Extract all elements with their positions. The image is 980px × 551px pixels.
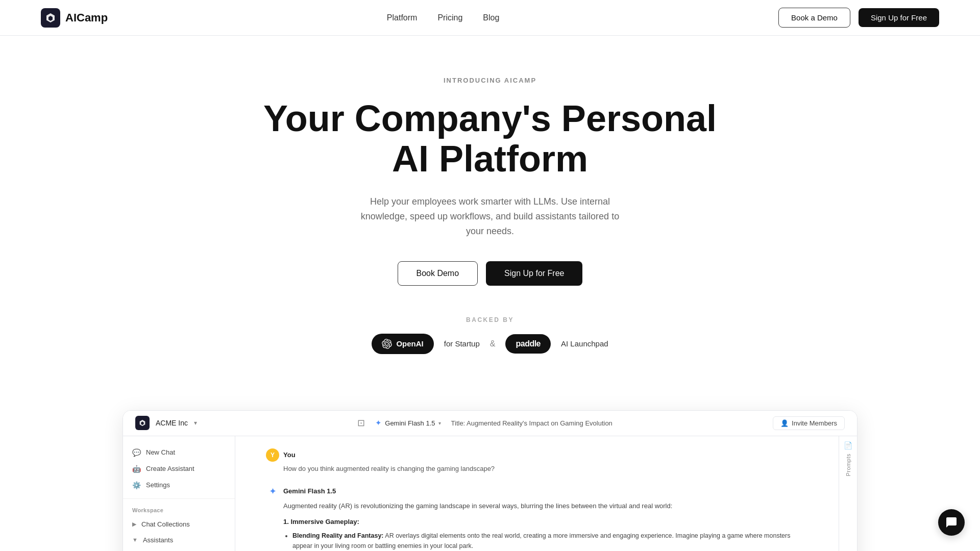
app-topbar-right: 👤 Invite Members xyxy=(773,416,845,430)
chat-collections-label: Chat Collections xyxy=(141,520,190,528)
user-sender-name: You xyxy=(283,451,296,459)
prompts-doc-icon[interactable]: 📄 xyxy=(844,441,852,449)
chat-title: Title: Augmented Reality's Impact on Gam… xyxy=(451,419,612,427)
ai-message-content: Augmented reality (AR) is revolutionizin… xyxy=(266,501,808,551)
sidebar-settings[interactable]: ⚙️ Settings xyxy=(123,477,235,493)
ai-sender: ✦ Gemini Flash 1.5 xyxy=(266,485,808,498)
ai-message: ✦ Gemini Flash 1.5 Augmented reality (AR… xyxy=(266,485,808,551)
user-sender: Y You xyxy=(266,448,808,462)
org-dropdown-icon[interactable]: ▾ xyxy=(194,419,197,427)
sidebar-divider xyxy=(123,498,235,499)
app-topbar-center: ⊡ ✦ Gemini Flash 1.5 ▾ Title: Augmented … xyxy=(357,416,612,430)
backed-suffix-1: for Startup xyxy=(444,339,480,348)
sidebar-new-chat[interactable]: 💬 New Chat xyxy=(123,444,235,461)
nav-links: Platform Pricing Blog xyxy=(387,13,500,22)
app-org-name: ACME Inc xyxy=(156,419,188,427)
ai-sender-name: Gemini Flash 1.5 xyxy=(283,487,336,495)
sidebar-create-assistant[interactable]: 🤖 Create Assistant xyxy=(123,461,235,477)
app-logo-mini xyxy=(135,416,150,430)
chat-collections-expand-icon: ▶ xyxy=(132,521,136,528)
hero-section: INTRODUCING AICAMP Your Company's Person… xyxy=(0,36,980,410)
app-topbar: ACME Inc ▾ ⊡ ✦ Gemini Flash 1.5 ▾ Title:… xyxy=(123,411,857,436)
new-chat-icon: 💬 xyxy=(132,448,141,457)
paddle-badge: paddle xyxy=(505,334,551,354)
nav-pricing[interactable]: Pricing xyxy=(437,13,462,22)
prompts-label: Prompts xyxy=(845,454,851,476)
user-message: Y You How do you think augmented reality… xyxy=(266,448,808,472)
ai-bullets: Blending Reality and Fantasy: AR overlay… xyxy=(283,531,808,551)
support-chat-bubble[interactable] xyxy=(938,509,965,536)
ai-avatar: ✦ xyxy=(266,485,279,498)
hero-title: Your Company's Personal AI Platform xyxy=(260,98,720,179)
ai-message-body: Augmented reality (AR) is revolutionizin… xyxy=(283,501,808,551)
chat-messages: Y You How do you think augmented reality… xyxy=(235,436,839,551)
settings-icon: ⚙️ xyxy=(132,481,141,489)
ai-section-title: 1. Immersive Gameplay: xyxy=(283,517,808,528)
hero-subtitle: Help your employees work smarter with LL… xyxy=(357,194,623,238)
bullet-1-title: Blending Reality and Fantasy: xyxy=(292,532,384,539)
paddle-badge-text: paddle xyxy=(516,339,541,348)
user-avatar: Y xyxy=(266,448,279,462)
ai-intro: Augmented reality (AR) is revolutionizin… xyxy=(283,501,808,512)
openai-badge-text: OpenAI xyxy=(396,339,423,348)
invite-icon: 👤 xyxy=(780,419,789,427)
create-assistant-label: Create Assistant xyxy=(146,465,194,472)
nav-actions: Book a Demo Sign Up for Free xyxy=(778,8,939,28)
workspace-label: Workspace xyxy=(123,504,235,516)
create-assistant-icon: 🤖 xyxy=(132,465,141,473)
logo-text: AICamp xyxy=(65,11,108,24)
openai-badge: OpenAI xyxy=(372,334,433,354)
backed-and: & xyxy=(490,339,496,348)
nav-signup-button[interactable]: Sign Up for Free xyxy=(859,8,939,27)
navbar: AICamp Platform Pricing Blog Book a Demo… xyxy=(0,0,980,36)
hero-book-demo-button[interactable]: Book Demo xyxy=(398,261,478,286)
openai-icon xyxy=(382,339,392,349)
app-sidebar: 💬 New Chat 🤖 Create Assistant ⚙️ Setting… xyxy=(123,436,235,551)
model-selector-button[interactable]: ✦ Gemini Flash 1.5 ▾ xyxy=(369,416,447,430)
invite-btn-label: Invite Members xyxy=(792,419,837,427)
backed-label: BACKED BY xyxy=(466,316,514,323)
model-chevron-icon: ▾ xyxy=(438,420,441,426)
logo[interactable]: AICamp xyxy=(41,8,108,28)
hero-eyebrow: INTRODUCING AICAMP xyxy=(444,77,536,84)
assistants-label: Assistants xyxy=(143,536,173,544)
sidebar-chat-collections[interactable]: ▶ Chat Collections xyxy=(123,516,235,532)
backed-by-section: BACKED BY OpenAI for Startup & paddle AI… xyxy=(372,316,608,354)
hero-buttons: Book Demo Sign Up for Free xyxy=(398,261,583,286)
nav-book-demo-button[interactable]: Book a Demo xyxy=(778,8,850,28)
nav-platform[interactable]: Platform xyxy=(387,13,418,22)
assistants-expand-icon: ▼ xyxy=(132,537,138,543)
settings-label: Settings xyxy=(146,481,170,489)
app-topbar-left: ACME Inc ▾ xyxy=(135,416,197,430)
model-name: Gemini Flash 1.5 xyxy=(385,419,435,427)
gemini-icon: ✦ xyxy=(375,418,382,428)
sidebar-assistants[interactable]: ▼ Assistants xyxy=(123,532,235,548)
prompts-sidebar: 📄 Prompts xyxy=(839,436,857,551)
new-chat-label: New Chat xyxy=(146,448,175,456)
backed-logos: OpenAI for Startup & paddle AI Launchpad xyxy=(372,334,608,354)
app-preview: ACME Inc ▾ ⊡ ✦ Gemini Flash 1.5 ▾ Title:… xyxy=(122,410,857,551)
nav-blog[interactable]: Blog xyxy=(483,13,499,22)
logo-icon xyxy=(41,8,60,28)
ai-bullet-1: Blending Reality and Fantasy: AR overlay… xyxy=(292,531,808,551)
app-chat: Y You How do you think augmented reality… xyxy=(235,436,839,551)
backed-suffix-2: AI Launchpad xyxy=(561,339,608,348)
layout-toggle-icon[interactable]: ⊡ xyxy=(357,417,365,429)
sidebar-grammar-check[interactable]: GC Grammar Check Assistant xyxy=(123,548,235,551)
hero-signup-button[interactable]: Sign Up for Free xyxy=(486,261,582,286)
app-body: 💬 New Chat 🤖 Create Assistant ⚙️ Setting… xyxy=(123,436,857,551)
invite-members-button[interactable]: 👤 Invite Members xyxy=(773,416,845,430)
user-question: How do you think augmented reality is ch… xyxy=(266,465,808,472)
